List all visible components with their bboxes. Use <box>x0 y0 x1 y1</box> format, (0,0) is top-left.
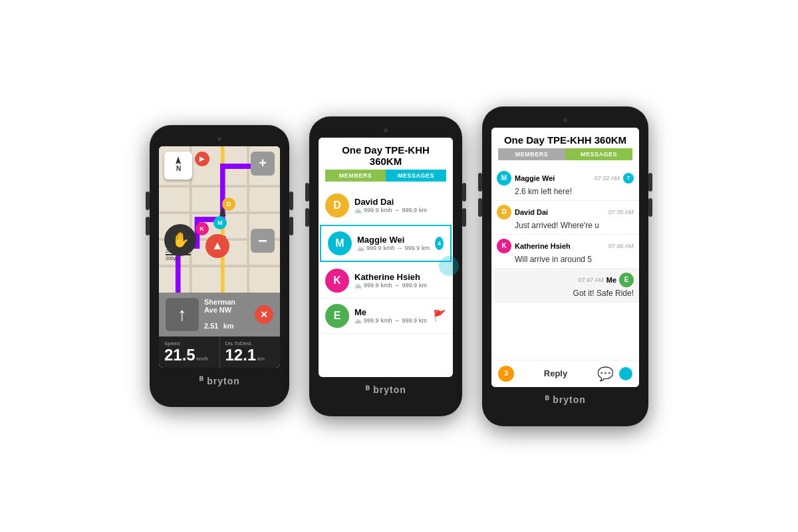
group-title-3: One Day TPE-KHH 360KM <box>498 134 632 146</box>
devices-container: D K M N ▶ + − ✋ <box>136 93 662 440</box>
right-btn-6[interactable] <box>648 198 652 217</box>
name-me: Me <box>354 307 428 317</box>
play-button[interactable]: ▶ <box>195 152 209 166</box>
compass[interactable]: N <box>164 152 192 180</box>
msg-time-katherine: 07:46 AM <box>608 243 634 249</box>
msg-text-me: Got it! Safe Ride! <box>497 289 634 298</box>
flag-me: 🚩 <box>433 309 446 322</box>
camera <box>217 137 221 141</box>
msg-katherine: K Katherine Hsieh 07:46 AM Will arrive i… <box>491 235 639 269</box>
zoom-in-button[interactable]: + <box>251 152 275 176</box>
marker-d: D <box>222 198 235 211</box>
stat-speed-unit: km/h <box>197 356 208 362</box>
tab-messages-3[interactable]: MESSAGES <box>565 148 632 160</box>
map-area[interactable]: D K M N ▶ + − ✋ <box>159 146 280 293</box>
svg-text:N: N <box>176 165 181 172</box>
msg-avatar-me: E <box>619 273 634 287</box>
nav-direction-arrow: ↑ <box>166 298 199 331</box>
stat-dist: Dis.ToDest. 12.1 km <box>220 336 281 368</box>
map-scale: 200m 200ya <box>166 249 191 261</box>
member-me[interactable]: E Me 🚲 999.9 kmh ↔ 999.9 km 🚩 <box>319 299 453 334</box>
reply-badge: 3 <box>498 366 514 382</box>
msg-maggie: M Maggie Wei 07:32 AM 7 2.6 km left here… <box>491 167 639 201</box>
info-me: Me 🚲 999.9 kmh ↔ 999.9 km <box>354 307 428 324</box>
msg-time-david: 07:35 AM <box>608 209 634 215</box>
nav-street: Sherman Ave NW <box>204 298 249 314</box>
left-btn-5[interactable] <box>478 173 482 192</box>
bryton-logo-1: ᴮ bryton <box>199 374 240 387</box>
name-david: David Dai <box>354 197 446 207</box>
msg-text-katherine: Will arrive in around 5 <box>497 255 634 264</box>
member-katherine[interactable]: K Katherine Hsieh 🚲 999.9 kmh ↔ 999.9 km <box>319 263 453 299</box>
msg-sender-katherine: Katherine Hsieh <box>515 242 605 250</box>
msg-david: D David Dai 07:35 AM Just arrived! Where… <box>491 201 639 235</box>
reply-bar[interactable]: 3 Reply 💬 <box>491 360 639 387</box>
msg-maggie-header: M Maggie Wei 07:32 AM 7 <box>497 171 634 186</box>
bryton-text-1: bryton <box>207 376 240 386</box>
name-katherine: Katherine Hsieh <box>354 272 446 282</box>
right-btn-2[interactable] <box>289 217 293 235</box>
group-title-2: One Day TPE-KHH 360KM <box>325 144 446 167</box>
tab-messages-2[interactable]: MESSAGES <box>386 170 446 182</box>
badge-maggie: 4 <box>435 237 444 250</box>
msg-sender-me: Me <box>606 276 616 284</box>
msg-me: 07:47 AM Me E Got it! Safe Ride! <box>491 269 639 303</box>
stats-maggie: 🚲 999.9 kmh ↔ 999.9 km <box>357 245 430 251</box>
reply-icon[interactable]: 💬 <box>597 366 614 382</box>
reply-button[interactable]: Reply <box>519 368 592 378</box>
members-screen: One Day TPE-KHH 360KM MEMBERS MESSAGES D… <box>319 138 453 377</box>
reply-teal-dot <box>619 367 632 380</box>
bryton-icon-2: ᴮ <box>365 384 370 396</box>
info-katherine: Katherine Hsieh 🚲 999.9 kmh ↔ 999.9 km <box>354 272 446 289</box>
zoom-out-button[interactable]: − <box>251 229 275 253</box>
avatar-me: E <box>325 304 349 328</box>
stat-speed-value: 21.5 <box>164 346 196 364</box>
tab-members-2[interactable]: MEMBERS <box>325 170 386 182</box>
map-screen: D K M N ▶ + − ✋ <box>159 146 280 368</box>
left-btn-4[interactable] <box>305 208 309 227</box>
nav-close-button[interactable]: ✕ <box>255 305 273 324</box>
recenter-button[interactable]: ▲ <box>205 234 229 258</box>
bryton-icon-1: ᴮ <box>199 374 204 387</box>
msg-text-maggie: 2.6 km left here! <box>497 187 634 196</box>
right-btn-1[interactable] <box>289 192 293 210</box>
right-btn-4[interactable] <box>462 208 466 227</box>
device-messages: One Day TPE-KHH 360KM MEMBERS MESSAGES M… <box>482 106 648 426</box>
msg-avatar-katherine: K <box>497 239 511 253</box>
msg-time-maggie: 07:32 AM <box>595 175 620 182</box>
left-btn-6[interactable] <box>478 198 482 217</box>
stat-dist-unit: km <box>257 356 265 362</box>
tab-members-3[interactable]: MEMBERS <box>498 148 565 160</box>
nav-info: Sherman Ave NW 2.51 km <box>204 298 249 331</box>
msg-avatar-maggie: M <box>497 171 511 186</box>
stats-david: 🚲 999.9 kmh ↔ 999.9 km <box>354 207 446 213</box>
right-btn-3[interactable] <box>462 183 466 201</box>
camera-3 <box>563 118 567 122</box>
stat-dist-value: 12.1 <box>225 346 257 364</box>
group-tabs-2[interactable]: MEMBERS MESSAGES <box>325 170 446 182</box>
right-btn-5[interactable] <box>648 173 652 192</box>
bryton-logo-3: ᴮ bryton <box>545 394 586 406</box>
stats-me: 🚲 999.9 kmh ↔ 999.9 km <box>354 317 428 324</box>
group-header-3: One Day TPE-KHH 360KM MEMBERS MESSAGES <box>491 128 639 167</box>
msg-avatar-david: D <box>497 205 511 219</box>
group-header-2: One Day TPE-KHH 360KM MEMBERS MESSAGES <box>319 138 453 188</box>
member-david[interactable]: D David Dai 🚲 999.9 kmh ↔ 999.9 km <box>319 188 453 223</box>
member-maggie[interactable]: M Maggie Wei 🚲 999.9 kmh ↔ 999.9 km 4 <box>320 225 452 262</box>
avatar-maggie: M <box>328 231 352 255</box>
msg-badge-maggie: 7 <box>623 173 634 184</box>
marker-k: K <box>196 222 209 235</box>
nav-distance: 2.51 km <box>204 314 249 331</box>
left-btn-1[interactable] <box>146 192 150 210</box>
messages-list: M Maggie Wei 07:32 AM 7 2.6 km left here… <box>491 167 639 360</box>
bryton-logo-2: ᴮ bryton <box>365 384 406 396</box>
group-tabs-3[interactable]: MEMBERS MESSAGES <box>498 148 632 160</box>
member-list: D David Dai 🚲 999.9 kmh ↔ 999.9 km M <box>319 188 453 334</box>
left-btn-2[interactable] <box>146 217 150 235</box>
avatar-katherine: K <box>325 269 349 293</box>
left-btn-3[interactable] <box>305 183 309 201</box>
msg-david-header: D David Dai 07:35 AM <box>497 205 634 219</box>
avatar-david: D <box>325 194 349 217</box>
bryton-text-3: bryton <box>553 394 586 405</box>
device-members: One Day TPE-KHH 360KM MEMBERS MESSAGES D… <box>309 116 462 416</box>
